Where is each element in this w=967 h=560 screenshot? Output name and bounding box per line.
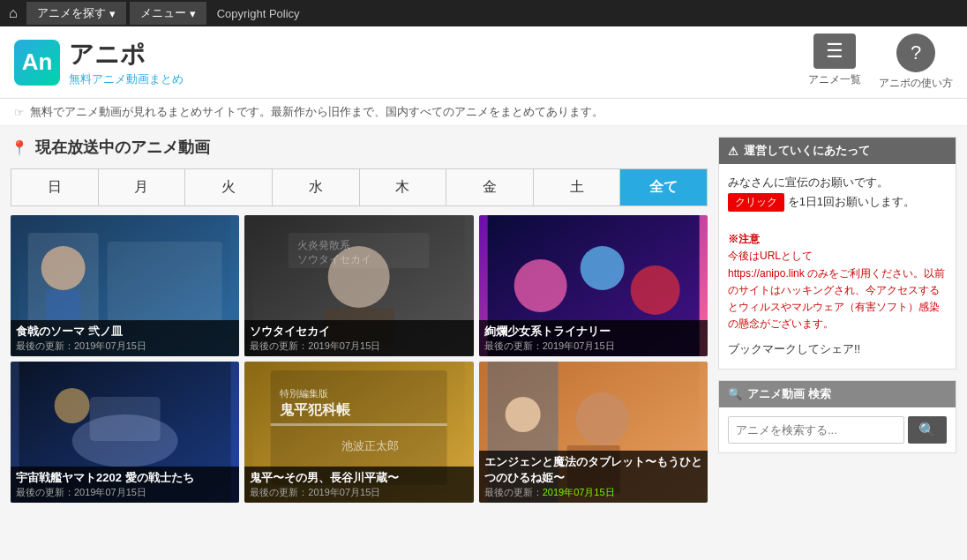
section-title-text: 現在放送中のアニメ動画 <box>35 137 210 158</box>
anime-date-4: 最後の更新：2019年07月15日 <box>250 486 468 499</box>
anime-info-1: ソウタイセカイ 最後の更新：2019年07月15日 <box>244 320 473 356</box>
site-header: An アニポ 無料アニメ動画まとめ ☰ アニメ一覧 ? アニポの使い方 <box>0 26 967 99</box>
notice-body: みなさんに宣伝のお願いです。 クリック を1日1回お願いします。 ※注意 今後は… <box>719 164 956 369</box>
anime-title-0: 食戟のソーマ 弐ノ皿 <box>16 324 234 340</box>
search-input-row: 🔍 <box>728 416 947 444</box>
search-button[interactable]: 🔍 <box>908 416 947 444</box>
logo-area: An アニポ 無料アニメ動画まとめ <box>14 38 808 87</box>
chevron-down-icon: ▾ <box>109 7 116 20</box>
anime-card-2[interactable]: 絢爛少女系トライナリー 最後の更新：2019年07月15日 <box>479 215 708 356</box>
svg-text:火炎発散系: 火炎発散系 <box>297 239 350 251</box>
svg-text:ソウタイセカイ: ソウタイセカイ <box>297 253 371 265</box>
menu-button[interactable]: メニュー ▾ <box>130 2 206 25</box>
anime-info-0: 食戟のソーマ 弐ノ皿 最後の更新：2019年07月15日 <box>11 320 239 356</box>
header-icons: ☰ アニメ一覧 ? アニポの使い方 <box>808 34 953 91</box>
svg-point-19 <box>55 388 90 423</box>
anime-title-5: エンジェンと魔法のタブレット〜もうひとつのひるね姫〜 <box>484 454 702 486</box>
tab-wed[interactable]: 水 <box>273 169 360 205</box>
section-title: 📍 現在放送中のアニメ動画 <box>11 137 708 158</box>
tab-tue[interactable]: 火 <box>185 169 273 205</box>
anime-date-5: 最後の更新：2019年07月15日 <box>484 486 702 499</box>
anime-date-1: 最後の更新：2019年07月15日 <box>250 340 468 353</box>
click-button[interactable]: クリック <box>728 193 784 212</box>
sidebar-notice: ⚠ 運営していくにあたって みなさんに宣伝のお願いです。 クリック を1日1回お… <box>718 137 956 370</box>
tab-sat[interactable]: 土 <box>534 169 621 205</box>
sidebar: ⚠ 運営していくにあたって みなさんに宣伝のお願いです。 クリック を1日1回お… <box>718 137 956 503</box>
tab-thu[interactable]: 木 <box>360 169 447 205</box>
how-to-use-button[interactable]: ? アニポの使い方 <box>879 34 953 91</box>
list-icon: ☰ <box>813 34 856 69</box>
site-logo: An <box>14 40 60 86</box>
tab-mon[interactable]: 月 <box>99 169 186 205</box>
search-icon: 🔍 <box>728 387 742 400</box>
bookmark-text: ブックマークしてシェア!! <box>728 340 947 359</box>
anime-title-1: ソウタイセカイ <box>250 324 468 340</box>
chevron-down-icon: ▾ <box>190 7 196 20</box>
tab-fri[interactable]: 金 <box>446 169 534 205</box>
tab-sun[interactable]: 日 <box>11 169 99 205</box>
pin-icon: 📍 <box>11 139 28 156</box>
svg-rect-18 <box>90 397 161 441</box>
search-section: 🔍 アニメ動画 検索 🔍 <box>718 380 956 453</box>
site-branding: アニポ 無料アニメ動画まとめ <box>69 38 184 87</box>
warning-text: ※注意 今後はURLとして https://anipo.link のみをご利用く… <box>728 231 947 332</box>
anime-card-4[interactable]: 特別編集版 鬼平犯科帳 池波正太郎 鬼平〜その男、長谷川平蔵〜 最後の更新：20… <box>244 362 473 503</box>
click-request: クリック を1日1回お願いします。 <box>728 192 947 212</box>
anime-card-5[interactable]: エンジェンと魔法のタブレット〜もうひとつのひるね姫〜 最後の更新：2019年07… <box>479 362 708 503</box>
svg-point-14 <box>630 265 679 315</box>
explore-button[interactable]: アニメを探す ▾ <box>26 2 126 25</box>
svg-text:鬼平犯科帳: 鬼平犯科帳 <box>279 402 351 417</box>
top-nav: ⌂ アニメを探す ▾ メニュー ▾ Copyright Policy <box>0 0 967 26</box>
anime-card-3[interactable]: 宇宙戦艦ヤマト2202 愛の戦士たち 最後の更新：2019年07月15日 <box>11 362 239 503</box>
svg-point-30 <box>505 397 540 432</box>
anime-info-4: 鬼平〜その男、長谷川平蔵〜 最後の更新：2019年07月15日 <box>244 467 473 503</box>
day-tabs: 日 月 火 水 木 金 土 全て <box>11 168 708 206</box>
how-to-use-label: アニポの使い方 <box>879 76 953 91</box>
anime-date-0: 最後の更新：2019年07月15日 <box>16 340 234 353</box>
search-title: 🔍 アニメ動画 検索 <box>719 381 956 407</box>
banner-text: 無料でアニメ動画が見れるまとめサイトです。最新作から旧作まで、国内すべてのアニメ… <box>30 104 603 120</box>
anime-card-1[interactable]: 火炎発散系 ソウタイセカイ ソウタイセカイ 最後の更新：2019年07月15日 <box>244 215 473 356</box>
search-input[interactable] <box>728 416 904 444</box>
anime-list-button[interactable]: ☰ アニメ一覧 <box>808 34 861 91</box>
copyright-link[interactable]: Copyright Policy <box>217 7 300 20</box>
svg-point-13 <box>580 246 624 290</box>
svg-rect-25 <box>271 423 447 426</box>
svg-text:特別編集版: 特別編集版 <box>280 388 328 399</box>
home-icon[interactable]: ⌂ <box>9 5 18 21</box>
anime-grid: 食戟のソーマ 弐ノ皿 最後の更新：2019年07月15日 火炎発散系 <box>11 215 708 503</box>
svg-point-12 <box>513 259 566 312</box>
anime-title-4: 鬼平〜その男、長谷川平蔵〜 <box>250 470 468 486</box>
anime-date-3: 最後の更新：2019年07月15日 <box>16 486 234 499</box>
anime-title-2: 絢爛少女系トライナリー <box>484 324 702 340</box>
svg-point-3 <box>41 246 86 290</box>
svg-rect-2 <box>108 242 222 321</box>
help-icon: ? <box>896 34 935 72</box>
anime-list-label: アニメ一覧 <box>808 72 861 87</box>
anime-info-5: エンジェンと魔法のタブレット〜もうひとつのひるね姫〜 最後の更新：2019年07… <box>479 451 708 503</box>
anime-info-2: 絢爛少女系トライナリー 最後の更新：2019年07月15日 <box>479 320 708 356</box>
content-area: 📍 現在放送中のアニメ動画 日 月 火 水 木 金 土 全て <box>11 137 708 503</box>
svg-point-27 <box>575 392 628 445</box>
svg-text:池波正太郎: 池波正太郎 <box>341 439 399 452</box>
main-layout: 📍 現在放送中のアニメ動画 日 月 火 水 木 金 土 全て <box>0 126 967 513</box>
anime-card-0[interactable]: 食戟のソーマ 弐ノ皿 最後の更新：2019年07月15日 <box>11 215 239 356</box>
search-body: 🔍 <box>719 407 956 452</box>
anime-info-3: 宇宙戦艦ヤマト2202 愛の戦士たち 最後の更新：2019年07月15日 <box>11 467 239 503</box>
anime-title-3: 宇宙戦艦ヤマト2202 愛の戦士たち <box>16 470 234 486</box>
anime-date-2: 最後の更新：2019年07月15日 <box>484 340 702 353</box>
notice-text1: みなさんに宣伝のお願いです。 <box>728 173 947 192</box>
arrow-icon: ☞ <box>14 106 25 119</box>
tab-all[interactable]: 全て <box>620 169 707 205</box>
site-banner: ☞ 無料でアニメ動画が見れるまとめサイトです。最新作から旧作まで、国内すべてのア… <box>0 99 967 126</box>
notice-title: ⚠ 運営していくにあたって <box>719 138 956 164</box>
site-sub: 無料アニメ動画まとめ <box>69 71 184 87</box>
warning-icon: ⚠ <box>728 145 738 158</box>
site-name: アニポ <box>69 38 184 71</box>
